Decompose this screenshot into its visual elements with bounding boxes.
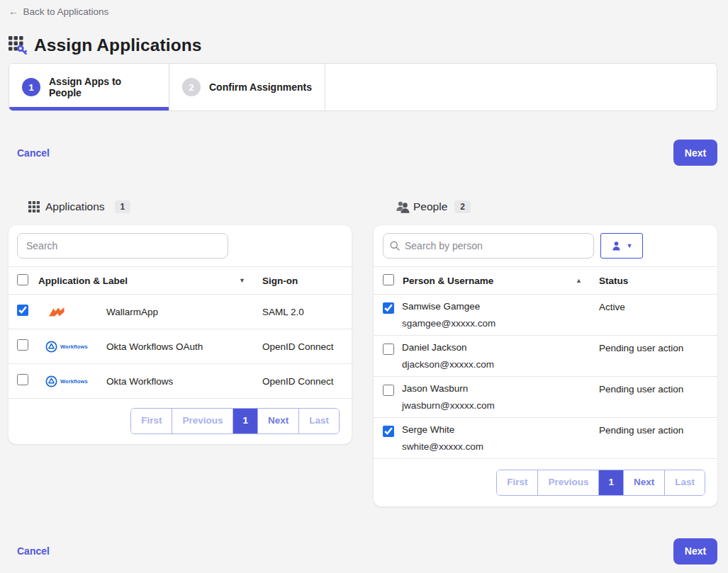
- daniel-jackson-checkbox[interactable]: [383, 344, 394, 355]
- pagination-page-1-button[interactable]: 1: [233, 409, 258, 433]
- table-row-daniel-jackson: Daniel Jackson djackson@xxxxx.com Pendin…: [374, 336, 717, 377]
- applications-panel: Applications 1 Application & Label ▼ Sig…: [9, 199, 352, 444]
- people-filter-dropdown-button[interactable]: ▼: [600, 233, 643, 259]
- tab-2-label: Confirm Assignments: [209, 81, 312, 93]
- next-button-bottom[interactable]: Next: [673, 538, 717, 565]
- serge-white-checkbox[interactable]: [383, 426, 394, 437]
- workflows-logo-label: Workflows: [60, 378, 88, 385]
- applications-card: Application & Label ▼ Sign-on WallarmApp…: [9, 225, 352, 444]
- people-card: ▼ Person & Username ▲ Status Samwise Gam…: [374, 225, 717, 506]
- wallarmapp-checkbox[interactable]: [17, 305, 28, 316]
- sort-desc-icon[interactable]: ▼: [239, 277, 262, 284]
- pagination-last-button[interactable]: Last: [665, 470, 705, 495]
- app-name: Okta Workflows: [106, 376, 262, 387]
- people-icon: [395, 200, 410, 214]
- person-name: Jason Wasburn: [402, 383, 599, 394]
- top-actions-row: Cancel Next: [9, 140, 717, 166]
- step-2-circle: 2: [182, 78, 201, 96]
- person-username: djackson@xxxxx.com: [402, 359, 599, 370]
- app-signon: OpenID Connect: [262, 376, 352, 387]
- person-name: Daniel Jackson: [402, 342, 599, 353]
- table-row-jason-wasburn: Jason Wasburn jwasburn@xxxxx.com Pending…: [374, 377, 717, 418]
- table-row-wallarmapp: WallarmApp SAML 2.0: [9, 295, 352, 329]
- back-to-applications-link[interactable]: ← Back to Applications: [9, 6, 108, 17]
- applications-panel-title: Applications: [45, 200, 105, 213]
- applications-count-badge: 1: [115, 200, 131, 213]
- people-panel-title: People: [413, 200, 447, 213]
- next-button-top[interactable]: Next: [673, 140, 717, 166]
- status-badge: Pending user action: [599, 424, 717, 436]
- applications-search-input[interactable]: [17, 233, 228, 259]
- panels-row: Applications 1 Application & Label ▼ Sig…: [9, 199, 717, 506]
- tab-confirm-assignments[interactable]: 2 Confirm Assignments: [169, 64, 325, 110]
- applications-select-all-checkbox[interactable]: [17, 274, 28, 285]
- okta-workflows-checkbox[interactable]: [17, 374, 28, 385]
- app-signon: SAML 2.0: [262, 307, 352, 317]
- app-name: WallarmApp: [106, 307, 262, 317]
- jason-wasburn-checkbox[interactable]: [383, 385, 394, 396]
- tab-assign-apps-to-people[interactable]: 1 Assign Apps to People: [9, 64, 169, 110]
- people-table-header: Person & Username ▲ Status: [374, 267, 717, 295]
- status-badge: Pending user action: [599, 383, 717, 395]
- workflows-logo-label: Workflows: [60, 344, 88, 350]
- applications-pagination: First Previous 1 Next Last: [130, 408, 340, 434]
- people-pagination-row: First Previous 1 Next Last: [374, 459, 717, 506]
- status-badge: Active: [599, 301, 717, 312]
- cancel-link-bottom[interactable]: Cancel: [17, 545, 50, 557]
- okta-workflows-logo: Workflows: [45, 375, 106, 387]
- people-select-all-checkbox[interactable]: [383, 274, 394, 285]
- people-column-person-username[interactable]: Person & Username: [403, 276, 576, 286]
- page-title-row: Assign Applications: [9, 35, 717, 55]
- applications-pagination-row: First Previous 1 Next Last: [9, 399, 352, 444]
- applications-column-app-label[interactable]: Application & Label: [38, 276, 239, 286]
- applications-column-signon: Sign-on: [262, 276, 298, 286]
- people-panel-header: People 2: [374, 199, 717, 215]
- step-1-circle: 1: [22, 78, 40, 96]
- chevron-down-icon: ▼: [627, 242, 633, 249]
- pagination-page-1-button[interactable]: 1: [599, 470, 624, 495]
- applications-grid-icon: [28, 201, 40, 212]
- pagination-first-button[interactable]: First: [497, 470, 538, 495]
- okta-workflows-oauth-checkbox[interactable]: [17, 339, 28, 351]
- table-row-okta-workflows-oauth: Workflows Okta Workflows OAuth OpenID Co…: [9, 329, 352, 364]
- app-signon: OpenID Connect: [262, 341, 352, 352]
- person-username: jwasburn@xxxxx.com: [402, 400, 599, 411]
- page-container: ← Back to Applications Assign Applicatio…: [0, 0, 728, 565]
- person-icon: [611, 241, 622, 251]
- wizard-tab-bar: 1 Assign Apps to People 2 Confirm Assign…: [9, 63, 717, 111]
- applications-panel-header: Applications 1: [9, 199, 352, 215]
- okta-workflows-logo: Workflows: [45, 341, 106, 353]
- pagination-previous-button[interactable]: Previous: [538, 470, 599, 495]
- people-column-status: Status: [599, 276, 628, 286]
- back-arrow-icon: ←: [9, 6, 18, 17]
- pagination-last-button[interactable]: Last: [299, 409, 339, 433]
- wallarm-logo: [45, 305, 106, 319]
- people-panel: People 2: [374, 199, 717, 506]
- applications-table-header: Application & Label ▼ Sign-on: [9, 267, 352, 295]
- pagination-first-button[interactable]: First: [131, 409, 172, 433]
- assign-apps-grid-key-icon: [9, 36, 27, 55]
- pagination-next-button[interactable]: Next: [258, 409, 299, 433]
- samwise-gamgee-checkbox[interactable]: [383, 302, 394, 314]
- cancel-link-top[interactable]: Cancel: [17, 147, 50, 159]
- people-search-row: ▼: [374, 225, 717, 267]
- search-icon: [390, 241, 400, 254]
- person-name: Samwise Gamgee: [402, 301, 599, 312]
- status-badge: Pending user action: [599, 342, 717, 353]
- table-row-okta-workflows: Workflows Okta Workflows OpenID Connect: [9, 364, 352, 399]
- person-name: Serge White: [402, 424, 599, 435]
- people-pagination: First Previous 1 Next Last: [496, 470, 705, 496]
- person-username: sgamgee@xxxxx.com: [402, 318, 599, 329]
- back-link-label: Back to Applications: [23, 6, 109, 17]
- person-username: swhite@xxxxx.com: [402, 441, 599, 452]
- pagination-next-button[interactable]: Next: [624, 470, 665, 495]
- table-row-samwise-gamgee: Samwise Gamgee sgamgee@xxxxx.com Active: [374, 295, 717, 336]
- app-name: Okta Workflows OAuth: [106, 341, 262, 352]
- applications-search-row: [9, 225, 352, 267]
- tab-1-label: Assign Apps to People: [49, 76, 156, 98]
- bottom-actions-row: Cancel Next: [9, 538, 717, 565]
- people-search-input[interactable]: [383, 233, 594, 259]
- pagination-previous-button[interactable]: Previous: [172, 409, 233, 433]
- page-title: Assign Applications: [34, 35, 202, 55]
- sort-asc-icon[interactable]: ▲: [576, 277, 599, 284]
